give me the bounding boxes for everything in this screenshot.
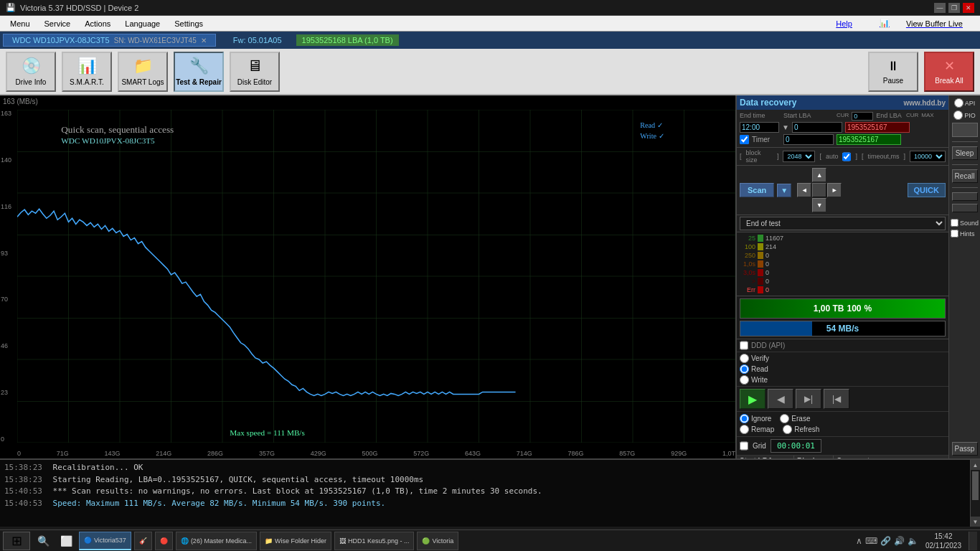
help-link[interactable]: Help <box>829 18 859 29</box>
view-buffer-live[interactable]: 📊 View Buffer Live <box>865 16 977 31</box>
hints-checkbox[interactable] <box>951 229 958 238</box>
end-lba-input[interactable] <box>845 122 910 133</box>
timeout-select[interactable]: 10000 <box>910 151 946 162</box>
taskbar-app-browser[interactable]: 🌐 (26) Master Medica... <box>176 532 257 550</box>
menu-item-settings[interactable]: Settings <box>167 18 210 29</box>
taskbar-search-icon[interactable]: 🔍 <box>33 532 53 550</box>
block-1s-row: 1,0s 0 <box>740 260 946 268</box>
smart-logs-button[interactable]: 📁 SMART Logs <box>118 52 168 92</box>
pio-option[interactable]: PIO <box>953 110 976 120</box>
lba-info: 1953525168 LBA (1,0 TB) <box>296 34 399 46</box>
show-desktop-button[interactable] <box>969 532 977 550</box>
ddd-checkbox[interactable] <box>740 341 748 350</box>
cur-input[interactable] <box>852 112 873 121</box>
break-all-button[interactable]: ✕ Break All <box>924 52 974 92</box>
read-radio[interactable] <box>740 364 749 374</box>
pio-radio[interactable] <box>953 110 963 120</box>
erase-option[interactable]: Erase <box>780 414 810 423</box>
end-time-input[interactable] <box>740 122 779 133</box>
minimize-button[interactable]: — <box>934 3 946 13</box>
pause-button[interactable]: ⏸ Pause <box>868 52 918 92</box>
transport-controls: ▶ ◀ ▶| |◀ <box>737 387 948 412</box>
dpad-center-button[interactable] <box>812 183 826 197</box>
skip-end-button[interactable]: |◀ <box>824 389 849 409</box>
ignore-option[interactable]: Ignore <box>740 414 771 423</box>
separator3 <box>952 187 978 188</box>
api-radio[interactable] <box>954 98 963 108</box>
start-button[interactable]: ⊞ <box>3 532 30 550</box>
test-repair-button[interactable]: 🔧 Test & Repair <box>174 52 224 92</box>
block-size-select[interactable]: 2048 <box>783 151 815 162</box>
hints-option[interactable]: Hints <box>951 229 979 238</box>
taskbar-app-victoria2[interactable]: 🟢 Victoria <box>417 532 458 550</box>
play-button[interactable]: ▶ <box>740 389 765 409</box>
close-button[interactable]: ✕ <box>963 3 974 13</box>
volume-icon[interactable]: 🔊 <box>894 536 905 546</box>
erase-radio[interactable] <box>780 414 789 423</box>
scan-dropdown-button[interactable]: ▼ <box>777 184 791 197</box>
scan-button[interactable]: Scan <box>740 183 774 197</box>
taskbar-clock[interactable]: 15:42 02/11/2023 <box>921 532 966 550</box>
sound-checkbox[interactable] <box>951 218 958 227</box>
taskbar-app-wisefolder[interactable]: 📁 Wise Folder Hider <box>260 532 331 550</box>
recall-button[interactable]: Recall <box>952 169 978 183</box>
menu-item-menu[interactable]: Menu <box>3 18 37 29</box>
dpad-empty-br <box>827 198 842 212</box>
smart-button[interactable]: 📊 S.M.A.R.T. <box>62 52 112 92</box>
grid-checkbox[interactable] <box>740 441 748 451</box>
drive-tab[interactable]: WDC WD10JPVX-08JC3T5 SN: WD-WX61EC3VJT45… <box>3 34 216 47</box>
remap-radio[interactable] <box>740 425 749 434</box>
refresh-radio[interactable] <box>783 425 792 434</box>
taskbar-app-victoria537[interactable]: 🔵 Victoria537 <box>79 532 131 550</box>
end-of-test-select[interactable]: End of test <box>740 217 946 230</box>
title-bar: 💾 Victoria 5.37 HDD/SSD | Device 2 — ❐ ✕ <box>0 0 980 16</box>
small-btn-2[interactable] <box>952 204 978 212</box>
speed-bar: 54 MB/s <box>740 321 946 336</box>
menu-item-language[interactable]: Language <box>118 18 167 29</box>
menu-item-actions[interactable]: Actions <box>77 18 118 29</box>
drive-info-button[interactable]: 💿 Drive Info <box>6 52 56 92</box>
taskbar-app-red[interactable]: 🔴 <box>155 532 173 550</box>
auto-checkbox[interactable] <box>842 152 851 161</box>
verify-radio[interactable] <box>740 354 749 363</box>
quick-button[interactable]: QUICK <box>908 183 946 197</box>
time-spindown-icon[interactable]: ▼ <box>782 123 789 131</box>
refresh-option[interactable]: Refresh <box>783 425 819 434</box>
block-3s-row: 3,0s 0 <box>740 269 946 276</box>
scroll-down-button[interactable]: ▼ <box>971 517 980 527</box>
cur-header: CUR <box>837 112 849 121</box>
chevron-up-icon[interactable]: ∧ <box>856 536 862 546</box>
browser-icon: 🌐 <box>181 537 189 545</box>
sound-option[interactable]: Sound <box>951 218 979 227</box>
dpad-left-button[interactable]: ◄ <box>797 183 811 197</box>
taskbar-app-winamp[interactable]: 🎸 <box>134 532 152 550</box>
timer-end-input[interactable] <box>837 134 901 145</box>
scroll-up-button[interactable]: ▲ <box>971 460 980 470</box>
passp-button[interactable]: Passp <box>952 442 978 456</box>
tab-close-icon[interactable]: ✕ <box>201 37 207 44</box>
toolbar: 💿 Drive Info 📊 S.M.A.R.T. 📁 SMART Logs 🔧… <box>0 49 980 95</box>
read-option[interactable]: Read <box>740 364 769 374</box>
write-radio[interactable] <box>740 375 749 385</box>
dpad-right-button[interactable]: ► <box>827 183 842 197</box>
scroll-thumb[interactable] <box>972 471 979 500</box>
write-option[interactable]: Write <box>740 375 769 385</box>
skip-forward-button[interactable]: ▶| <box>796 389 821 409</box>
taskbar-taskview-icon[interactable]: ⬜ <box>56 532 76 550</box>
timer-start-input[interactable] <box>783 134 834 145</box>
ignore-radio[interactable] <box>740 414 749 423</box>
remap-option[interactable]: Remap <box>740 425 774 434</box>
small-btn-1[interactable] <box>952 192 978 201</box>
rewind-button[interactable]: ◀ <box>768 389 793 409</box>
api-option[interactable]: API <box>954 98 976 108</box>
verify-option[interactable]: Verify <box>740 354 769 363</box>
sleep-button[interactable]: Sleep <box>952 146 978 160</box>
dpad-down-button[interactable]: ▼ <box>812 198 826 212</box>
start-lba-input[interactable] <box>792 122 842 133</box>
taskbar-app-hdd1[interactable]: 🖼 HDD1 Kesu5.png - ... <box>334 532 415 550</box>
dpad-up-button[interactable]: ▲ <box>812 168 826 182</box>
timer-checkbox[interactable] <box>740 135 749 144</box>
disk-editor-button[interactable]: 🖥 Disk Editor <box>230 52 280 92</box>
menu-item-service[interactable]: Service <box>37 18 78 29</box>
maximize-button[interactable]: ❐ <box>948 3 960 13</box>
